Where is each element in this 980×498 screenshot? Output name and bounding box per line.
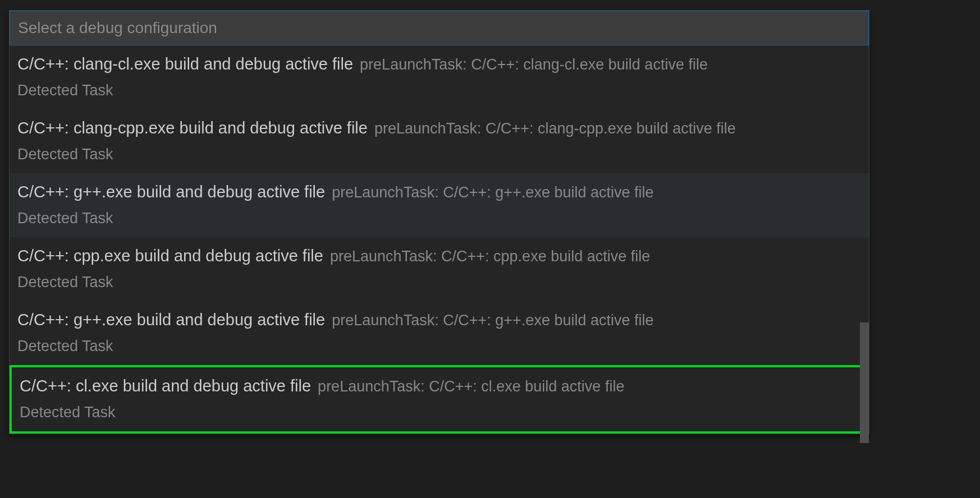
config-subtitle: preLaunchTask: C/C++: cl.exe build activ…: [318, 378, 624, 395]
debug-config-list: C/C++: clang-cl.exe build and debug acti…: [10, 45, 869, 434]
debug-config-quickpick: C/C++: clang-cl.exe build and debug acti…: [9, 10, 869, 434]
config-item-row1: C/C++: clang-cpp.exe build and debug act…: [17, 116, 861, 141]
config-detail: Detected Task: [17, 271, 861, 294]
debug-config-item[interactable]: C/C++: g++.exe build and debug active fi…: [10, 173, 869, 237]
debug-config-item[interactable]: C/C++: clang-cl.exe build and debug acti…: [10, 45, 869, 109]
config-detail: Detected Task: [17, 143, 861, 166]
config-subtitle: preLaunchTask: C/C++: g++.exe build acti…: [332, 184, 653, 201]
config-detail: Detected Task: [20, 401, 859, 424]
scrollbar-thumb[interactable]: [860, 322, 869, 443]
config-title: C/C++: cl.exe build and debug active fil…: [20, 377, 311, 395]
config-title: C/C++: g++.exe build and debug active fi…: [17, 311, 325, 329]
debug-config-item[interactable]: C/C++: cpp.exe build and debug active fi…: [10, 237, 869, 301]
config-item-row1: C/C++: clang-cl.exe build and debug acti…: [17, 52, 861, 77]
config-title: C/C++: clang-cl.exe build and debug acti…: [17, 55, 353, 73]
config-title: C/C++: cpp.exe build and debug active fi…: [17, 247, 323, 265]
debug-config-item[interactable]: C/C++: g++.exe build and debug active fi…: [10, 301, 869, 365]
config-item-row1: C/C++: g++.exe build and debug active fi…: [17, 308, 861, 333]
config-subtitle: preLaunchTask: C/C++: clang-cl.exe build…: [360, 56, 708, 73]
config-item-row1: C/C++: cpp.exe build and debug active fi…: [17, 244, 861, 269]
debug-config-search-input[interactable]: [10, 11, 868, 45]
config-title: C/C++: clang-cpp.exe build and debug act…: [17, 119, 368, 137]
config-subtitle: preLaunchTask: C/C++: clang-cpp.exe buil…: [374, 120, 736, 137]
config-subtitle: preLaunchTask: C/C++: cpp.exe build acti…: [330, 248, 650, 265]
config-title: C/C++: g++.exe build and debug active fi…: [17, 183, 325, 201]
config-detail: Detected Task: [17, 79, 861, 102]
config-item-row1: C/C++: cl.exe build and debug active fil…: [20, 374, 859, 399]
search-input-wrapper: [10, 11, 869, 45]
debug-config-item[interactable]: C/C++: clang-cpp.exe build and debug act…: [10, 109, 869, 173]
editor-gutter-right: [869, 0, 980, 498]
config-detail: Detected Task: [17, 335, 861, 358]
config-subtitle: preLaunchTask: C/C++: g++.exe build acti…: [332, 312, 653, 329]
debug-config-item[interactable]: C/C++: cl.exe build and debug active fil…: [10, 365, 869, 434]
config-item-row1: C/C++: g++.exe build and debug active fi…: [17, 180, 861, 205]
config-detail: Detected Task: [17, 207, 861, 230]
